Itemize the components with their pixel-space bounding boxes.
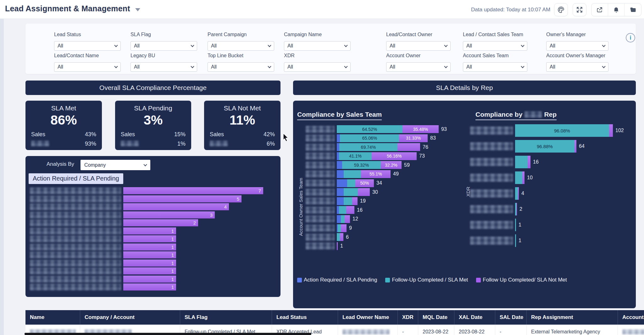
compliance-by-rep-title: Compliance by Rep: [475, 111, 557, 120]
filter-select-legacy-bu[interactable]: All: [130, 62, 197, 72]
segment-met: 64.52%: [337, 125, 402, 133]
stacked-bar[interactable]: [515, 156, 530, 168]
stacked-bar[interactable]: [515, 203, 517, 215]
notifications-button[interactable]: [608, 3, 625, 16]
segment-met: [344, 197, 353, 205]
filter-select-lead-contact-sales-team[interactable]: All: [463, 41, 527, 51]
compliance-by-rep-chart: 96.08%10296.88%6416104211: [470, 124, 632, 250]
bar-action-required[interactable]: 7: [123, 187, 263, 194]
chevron-down-icon: [344, 43, 347, 47]
filter-select-lead-status[interactable]: All: [54, 41, 121, 51]
bar-action-required[interactable]: 1: [123, 276, 176, 283]
blurred-cell-value: [622, 329, 644, 334]
bar-total-label: 73: [419, 153, 425, 159]
bar-action-required[interactable]: 5: [123, 195, 242, 203]
filter-select-lead-contact-owner[interactable]: All: [386, 41, 451, 51]
stacked-chart-row: 69.74%76: [306, 143, 466, 151]
blurred-category-label: [306, 198, 335, 204]
stacked-bar[interactable]: 69.74%: [337, 143, 420, 151]
filter-label-campaign-name: Campaign Name: [284, 32, 322, 37]
bar-value-label: 1: [171, 267, 174, 275]
stacked-bar[interactable]: [515, 219, 516, 231]
stacked-bar[interactable]: 96.08%: [515, 124, 613, 137]
stacked-chart-row: 64.52%35.48%93: [306, 125, 466, 133]
stacked-bar[interactable]: 64.52%35.48%: [337, 125, 439, 133]
bar-action-required[interactable]: 1: [123, 260, 176, 267]
filter-select-account-sales-team[interactable]: All: [463, 62, 527, 72]
share-button[interactable]: [591, 3, 608, 16]
bar-action-required[interactable]: 1: [123, 227, 176, 235]
stacked-bar[interactable]: [337, 233, 343, 241]
bar-action-required[interactable]: 1: [123, 243, 176, 251]
bar-total-label: 64: [579, 143, 585, 149]
stacked-bar[interactable]: 59.32%32.2%: [337, 161, 402, 169]
blurred-category-label: [30, 284, 121, 290]
bar-total-label: 16: [533, 159, 539, 165]
bar-action-required[interactable]: 1: [123, 251, 176, 259]
blurred-category-label: [306, 225, 335, 232]
horizontal-scrollbar-thumb[interactable]: [25, 333, 311, 335]
filter-select-sla-flag[interactable]: All: [130, 41, 197, 51]
overall-sla-banner-title: Overall SLA Compliance Percentage: [99, 84, 207, 92]
filter-select-top-line-bucket[interactable]: All: [208, 62, 274, 72]
blurred-category-label: [30, 236, 121, 242]
bar-value-label: 1: [171, 260, 174, 267]
stacked-bar[interactable]: 55.1%: [337, 170, 391, 178]
stacked-bar[interactable]: 65.06%31.33%: [337, 134, 428, 142]
bar-action-required[interactable]: 2: [123, 219, 198, 226]
title-dropdown-caret-icon[interactable]: [135, 8, 140, 11]
bar-total-label: 4: [521, 191, 524, 196]
filter-select-xdr[interactable]: All: [284, 62, 351, 72]
analysis-chart-row: 1: [30, 235, 277, 243]
stacked-bar[interactable]: [337, 188, 370, 196]
info-icon[interactable]: i: [626, 33, 635, 42]
filter-label-account-sales-team: Account Sales Team: [463, 53, 509, 59]
stacked-bar[interactable]: [337, 206, 354, 214]
folder-button[interactable]: [625, 3, 641, 16]
table-cell: -: [495, 325, 527, 335]
analysis-by-select[interactable]: Company: [80, 160, 150, 170]
bar-action-required[interactable]: 4: [123, 203, 229, 210]
bar-action-required[interactable]: 1: [123, 267, 176, 275]
filter-label-owner-s-manager: Owner's Manager: [546, 32, 586, 37]
chart-legend: Action Required / SLA PendingFollow-Up C…: [297, 277, 567, 283]
stacked-bar[interactable]: 50%: [337, 179, 374, 187]
bar-total-label: 102: [615, 128, 624, 133]
chevron-down-icon: [268, 64, 271, 68]
bar-action-required[interactable]: 1: [123, 235, 176, 243]
filter-select-parent-campaign[interactable]: All: [208, 41, 274, 51]
left-gutter: [0, 19, 4, 335]
filter-select-account-owner-s-manager[interactable]: All: [546, 62, 608, 72]
stacked-bar[interactable]: [337, 224, 347, 232]
stacked-bar[interactable]: [515, 187, 519, 200]
filter-select-lead-contact-name[interactable]: All: [54, 62, 121, 72]
stacked-bar[interactable]: 41.1%56.16%: [337, 152, 417, 160]
bar-total-label: 10: [527, 175, 533, 181]
stacked-chart-row: 59.32%32.2%59: [306, 161, 466, 169]
column-header-xdr: XDR: [398, 310, 418, 325]
bar-value-label: 5: [237, 195, 239, 203]
blurred-category-label: [306, 162, 335, 169]
blurred-category-label: [470, 221, 513, 229]
filter-select-account-owner[interactable]: All: [386, 62, 451, 72]
stacked-bar[interactable]: 96.88%: [515, 140, 576, 153]
analysis-chart-row: 1: [30, 227, 277, 235]
segment-pending: [337, 134, 340, 142]
segment-percent-label: 56.16%: [387, 154, 402, 159]
kpi-card-sla-met: SLA Met86%Sales43%93%: [25, 101, 102, 150]
stacked-bar[interactable]: [337, 215, 350, 223]
filter-select-campaign-name[interactable]: All: [284, 41, 351, 51]
bar-action-required[interactable]: 3: [123, 211, 215, 219]
filter-label-legacy-bu: Legacy BU: [130, 53, 155, 59]
stacked-bar[interactable]: [515, 171, 525, 184]
stacked-bar[interactable]: [337, 242, 338, 250]
bar-action-required[interactable]: 1: [123, 283, 176, 291]
stacked-bar[interactable]: [515, 234, 516, 247]
stacked-bar[interactable]: [337, 197, 358, 205]
filter-label-account-owner: Account Owner: [386, 53, 420, 59]
palette-button[interactable]: [554, 3, 568, 16]
kpi-sales-row: Sales43%: [31, 131, 96, 138]
fullscreen-button[interactable]: [573, 3, 586, 16]
stacked-chart-row: 65.06%31.33%83: [306, 134, 466, 142]
filter-select-owner-s-manager[interactable]: All: [546, 41, 608, 51]
